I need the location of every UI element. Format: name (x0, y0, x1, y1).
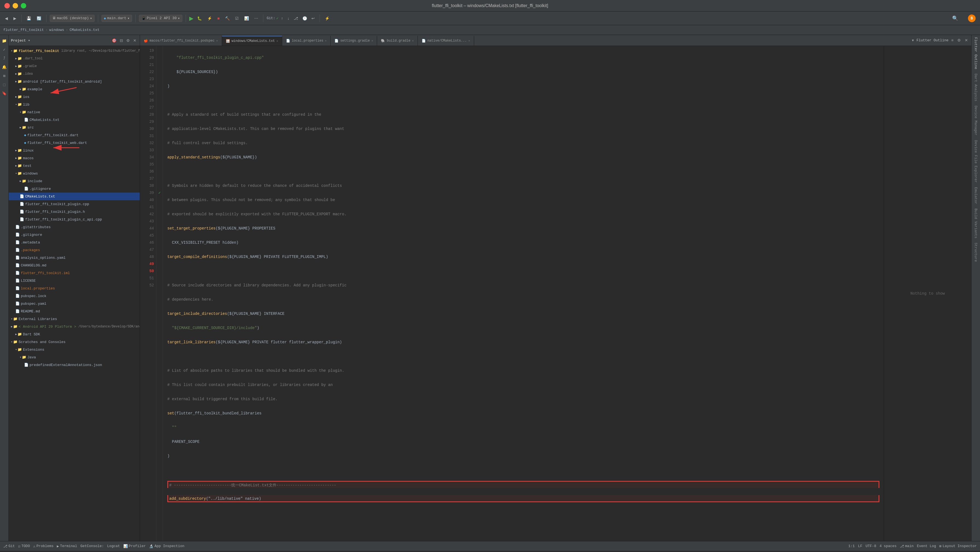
sidebar-item-commit[interactable]: ✓ (1, 46, 8, 53)
problems-item[interactable]: ⚠ Problems (33, 544, 53, 549)
tree-item-linux[interactable]: ▶ 📁 linux (9, 147, 140, 154)
tree-item-test[interactable]: ▶ 📁 test (9, 162, 140, 169)
tree-item-changelog[interactable]: 📄 CHANGELOG.md (9, 262, 140, 269)
forward-button[interactable]: ▶ (12, 15, 18, 22)
breadcrumb-item-file[interactable]: CMakeLists.txt (70, 28, 99, 32)
tree-item-android[interactable]: ▶ 📁 android [flutter_ffi_toolkit_android… (9, 78, 140, 85)
tree-item-external-libs[interactable]: ▾ 📁 External Libraries (9, 315, 140, 323)
save-button[interactable]: 💾 (25, 15, 33, 22)
tree-item-readme[interactable]: 📄 README.md (9, 308, 140, 315)
back-button[interactable]: ◀ (3, 15, 10, 22)
tree-item-ios[interactable]: ▶ 📁 ios (9, 93, 140, 101)
tab-podspec[interactable]: 🍎 macos/flutter_ffi_toolkit.podspec ✕ (140, 36, 222, 46)
tree-item-scratches[interactable]: ▾ 📁 Scratches and Consoles (9, 338, 140, 346)
tree-item-gradle[interactable]: ▶ 📁 .gradle (9, 62, 140, 70)
sidebar-item-bookmarks[interactable]: 🔖 (1, 90, 8, 97)
git-branch-button[interactable]: ⎇ (292, 15, 300, 22)
sidebar-item-pullreqs[interactable]: ⤴ (1, 55, 8, 62)
indent-item[interactable]: 4 spaces (880, 544, 896, 548)
breadcrumb-item-windows[interactable]: windows (49, 28, 64, 32)
logcat-item[interactable]: Logcat (107, 544, 120, 548)
tree-item-windows-include[interactable]: ▶ 📁 include (9, 177, 140, 185)
sidebar-item-notifications[interactable]: 🔔 (1, 64, 8, 70)
outline-gear-btn[interactable]: ⚙ (956, 37, 962, 43)
target-dropdown[interactable]: ◆ main.dart ▾ (102, 15, 132, 22)
tree-item-extensions[interactable]: ▾ 📁 Extensions (9, 346, 140, 353)
minimize-button[interactable] (13, 3, 18, 8)
tree-item-dart-web[interactable]: ◆ flutter_ffi_toolkit_web.dart (9, 139, 140, 147)
tree-item-predefined-json[interactable]: 📄 predefinedExternalAnnotations.json (9, 361, 140, 369)
device-dropdown[interactable]: 🖥 macOS (desktop) ▾ (50, 15, 95, 22)
tree-item-macos[interactable]: ▶ 📁 macos (9, 154, 140, 162)
tree-item-pubspec-yaml[interactable]: 📄 pubspec.yaml (9, 300, 140, 308)
collapse-button[interactable]: ⊟ (119, 38, 124, 43)
settings-button[interactable]: ⚙ (125, 38, 131, 43)
tree-item-plugin-cpp[interactable]: 📄 flutter_ffi_toolkit_plugin.cpp (9, 200, 140, 208)
line-col-item[interactable]: 1:1 (848, 544, 854, 548)
close-panel-button[interactable]: ✕ (132, 38, 138, 43)
tree-item-pubspec-lock[interactable]: 📄 pubspec.lock (9, 292, 140, 300)
tree-item-windows-gitignore[interactable]: 📄 .gitignore (9, 185, 140, 193)
sidebar-item-project[interactable]: 📁 (1, 37, 8, 44)
more-button[interactable]: ⋯ (253, 15, 260, 22)
tree-item-local-properties[interactable]: 📄 local.properties (9, 284, 140, 292)
git-revert-button[interactable]: ↩ (310, 15, 317, 22)
breadcrumb-item-root[interactable]: flutter_ffi_toolkit (3, 28, 44, 32)
code-editor[interactable]: "flutter_ffi_toolkit_plugin_c_api.cpp" $… (163, 46, 884, 541)
attach-button[interactable]: ⚡ (205, 15, 213, 22)
device-manager-tab[interactable]: Device Manager (973, 104, 979, 137)
getconsole-item[interactable]: GetConsole: (80, 544, 104, 548)
git-push-button[interactable]: ↑ (280, 15, 285, 22)
tree-item-analysis[interactable]: 📄 analysis_options.yaml (9, 254, 140, 262)
account-avatar[interactable]: B (968, 14, 975, 22)
tree-item-idea[interactable]: ▶ 📁 .idea (9, 70, 140, 78)
tree-item-packages[interactable]: 📄 .packages (9, 246, 140, 254)
tree-item-dart-sdk[interactable]: ▶ 📁 Dart SDK (9, 330, 140, 338)
tree-item-metadata[interactable]: 📄 .metadata (9, 239, 140, 246)
profiler-item[interactable]: 📊 Profiler (123, 544, 146, 549)
tree-item-src[interactable]: ▶ 📁 src (9, 124, 140, 131)
dart-analysis-tab[interactable]: Dart Analysis (973, 72, 979, 104)
locate-button[interactable]: 🎯 (111, 38, 118, 43)
sidebar-item-structure[interactable]: ⬚ (1, 81, 8, 88)
tab-native-cmake[interactable]: 📄 native/CMakeLists... ✕ (418, 36, 474, 46)
tabs-more-button[interactable]: ▾ (911, 37, 915, 43)
profile-button[interactable]: 📊 (243, 15, 250, 22)
tree-item-plugin-h[interactable]: 📄 flutter_ffi_toolkit_plugin.h (9, 208, 140, 215)
tree-item-dart-tool[interactable]: ▶ 📁 .dart_tool (9, 55, 140, 62)
tree-item-iml[interactable]: 📄 flutter_ffi_toolkit.iml (9, 269, 140, 277)
tab-windows-cmake[interactable]: 🪟 windows/CMakeLists.txt ✕ (222, 36, 282, 46)
tab-close-4[interactable]: ✕ (371, 39, 373, 42)
emulator-tab[interactable]: Emulator (973, 185, 979, 206)
tab-close-5[interactable]: ✕ (412, 39, 414, 42)
encoding-item[interactable]: UTF-8 (865, 544, 876, 548)
coverage-button[interactable]: ☑ (234, 15, 240, 22)
device-file-explorer-tab[interactable]: Device File Explorer (973, 138, 979, 185)
stop-button[interactable]: ■ (216, 15, 221, 22)
tree-item-gitignore[interactable]: 📄 .gitignore (9, 231, 140, 239)
run-button[interactable]: ▶ (189, 15, 193, 22)
structure-tab[interactable]: Structure (973, 241, 979, 264)
tree-item-license[interactable]: 📄 LICENSE (9, 277, 140, 284)
event-log-item[interactable]: Event Log (917, 544, 936, 548)
tree-item-root[interactable]: ▾ 📁 flutter_ffi_toolkit library root, ~/… (9, 47, 140, 55)
sidebar-item-resource-manager[interactable]: ⊞ (1, 72, 8, 79)
flutter-outline-tab[interactable]: Flutter Outline (973, 35, 979, 72)
tree-item-java[interactable]: ▾ 📁 Java (9, 353, 140, 361)
todo-item[interactable]: ☑ TODO (18, 544, 30, 549)
tree-item-lib[interactable]: ▾ 📁 lib (9, 101, 140, 108)
layout-inspector-item[interactable]: ⊞ Layout Inspector (939, 544, 977, 549)
search-button[interactable]: 🔍 (952, 15, 958, 21)
tree-item-windows[interactable]: ▾ 📁 windows (9, 169, 140, 177)
tab-close-3[interactable]: ✕ (325, 39, 326, 42)
tab-close-1[interactable]: ✕ (216, 39, 218, 42)
git-pull-button[interactable]: ↓ (286, 15, 291, 22)
tab-local-properties[interactable]: 📄 local.properties ✕ (282, 36, 331, 46)
git-history-button[interactable]: 🕐 (301, 15, 309, 22)
emulator-dropdown[interactable]: 📱 Pixel 2 API 30 ▾ (139, 15, 182, 22)
tree-item-gitattributes[interactable]: 📄 .gitattributes (9, 223, 140, 231)
close-button[interactable] (5, 3, 10, 8)
build-button[interactable]: 🔨 (223, 15, 231, 22)
lf-item[interactable]: LF (858, 544, 862, 548)
power-save-button[interactable]: ⚡ (323, 15, 331, 22)
